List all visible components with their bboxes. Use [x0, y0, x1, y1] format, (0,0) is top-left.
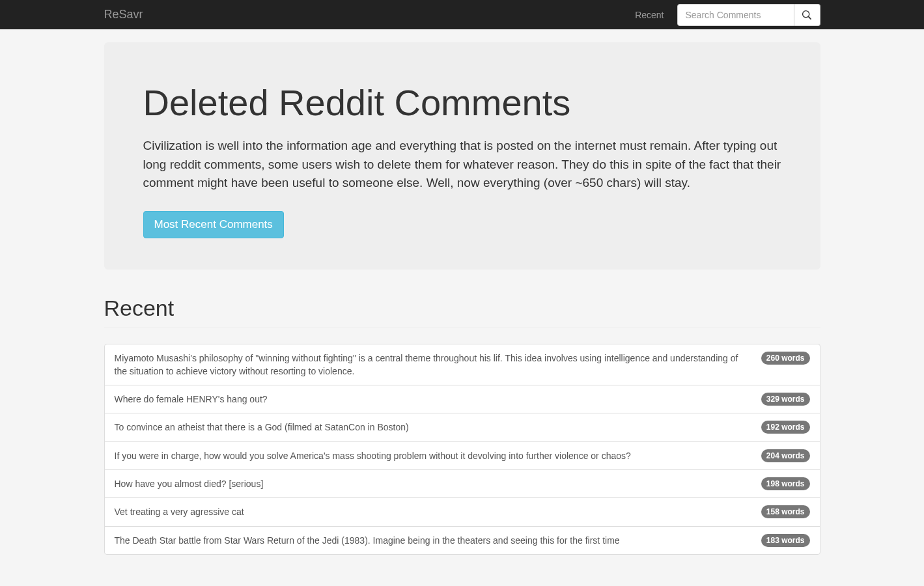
- search-button[interactable]: [794, 4, 820, 26]
- comments-list: Miyamoto Musashi's philosophy of "winnin…: [104, 344, 820, 555]
- section-heading: Recent: [104, 296, 820, 328]
- list-item[interactable]: Where do female HENRY's hang out?329 wor…: [105, 385, 820, 413]
- brand-link[interactable]: ReSavr: [104, 8, 143, 21]
- search-icon: [802, 10, 811, 20]
- list-item[interactable]: The Death Star battle from Star Wars Ret…: [105, 527, 820, 554]
- hero-description: Civilization is well into the informatio…: [143, 137, 781, 193]
- list-item-text: Vet treating a very agressive cat: [115, 505, 748, 518]
- page-title: Deleted Reddit Comments: [143, 81, 781, 124]
- word-count-badge: 260 words: [761, 352, 810, 365]
- word-count-badge: 204 words: [761, 449, 810, 462]
- most-recent-button[interactable]: Most Recent Comments: [143, 211, 284, 238]
- navbar: ReSavr Recent: [0, 0, 924, 29]
- word-count-badge: 329 words: [761, 393, 810, 406]
- word-count-badge: 158 words: [761, 505, 810, 518]
- list-item-text: Miyamoto Musashi's philosophy of "winnin…: [115, 352, 748, 378]
- word-count-badge: 183 words: [761, 534, 810, 547]
- list-item[interactable]: If you were in charge, how would you sol…: [105, 442, 820, 470]
- list-item-text: To convince an atheist that there is a G…: [115, 421, 748, 434]
- list-item-text: How have you almost died? [serious]: [115, 477, 748, 490]
- list-item-text: Where do female HENRY's hang out?: [115, 393, 748, 406]
- hero: Deleted Reddit Comments Civilization is …: [104, 42, 820, 270]
- search-group: [677, 4, 820, 26]
- list-item[interactable]: Vet treating a very agressive cat158 wor…: [105, 498, 820, 526]
- list-item-text: If you were in charge, how would you sol…: [115, 449, 748, 462]
- word-count-badge: 198 words: [761, 477, 810, 490]
- search-input[interactable]: [677, 4, 794, 26]
- list-item[interactable]: Miyamoto Musashi's philosophy of "winnin…: [105, 344, 820, 386]
- word-count-badge: 192 words: [761, 421, 810, 434]
- list-item-text: The Death Star battle from Star Wars Ret…: [115, 534, 748, 547]
- list-item[interactable]: To convince an atheist that there is a G…: [105, 413, 820, 441]
- recent-link[interactable]: Recent: [635, 10, 664, 20]
- list-item[interactable]: How have you almost died? [serious]198 w…: [105, 470, 820, 498]
